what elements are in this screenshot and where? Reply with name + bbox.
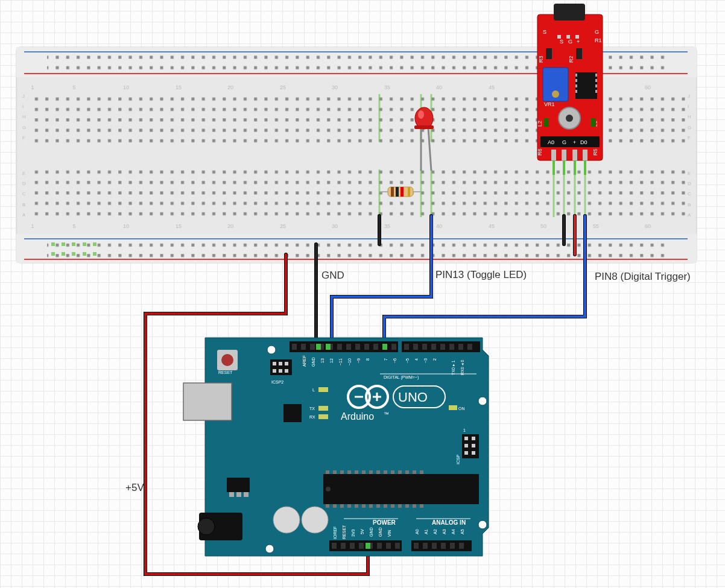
svg-rect-242: [326, 504, 329, 508]
svg-text:G: G: [595, 29, 599, 35]
svg-rect-179: [391, 344, 396, 350]
svg-rect-212: [318, 406, 328, 411]
svg-rect-275: [432, 543, 437, 549]
svg-rect-254: [413, 504, 416, 508]
svg-text:RESET: RESET: [342, 525, 346, 539]
svg-text:A: A: [22, 212, 26, 218]
svg-point-147: [221, 354, 233, 366]
svg-rect-248: [369, 504, 373, 508]
svg-rect-93: [408, 187, 410, 197]
svg-point-300: [265, 545, 274, 553]
svg-text:RX0 ◂ 0: RX0 ◂ 0: [460, 359, 464, 375]
svg-rect-228: [326, 470, 329, 474]
label-pin8: PIN8 (Digital Trigger): [595, 271, 691, 283]
svg-text:B: B: [22, 202, 25, 207]
svg-rect-10: [28, 166, 688, 221]
svg-text:ICSP2: ICSP2: [271, 380, 283, 384]
svg-text:VIN: VIN: [387, 530, 391, 537]
svg-rect-279: [366, 543, 370, 549]
svg-rect-174: [346, 344, 351, 350]
svg-text:3V3: 3V3: [351, 529, 355, 537]
svg-text:50: 50: [540, 223, 546, 229]
svg-rect-185: [449, 344, 454, 350]
svg-rect-170: [310, 344, 315, 350]
svg-rect-180: [404, 344, 409, 350]
svg-rect-216: [449, 405, 457, 410]
svg-text:L2: L2: [537, 121, 543, 127]
svg-rect-140: [572, 150, 577, 160]
svg-text:TX: TX: [309, 406, 315, 411]
svg-rect-278: [459, 543, 464, 549]
svg-rect-188: [316, 344, 321, 350]
svg-rect-161: [472, 444, 475, 447]
svg-text:G: G: [688, 125, 691, 130]
svg-text:D: D: [22, 181, 26, 186]
svg-rect-261: [236, 492, 241, 497]
svg-rect-158: [464, 437, 468, 440]
svg-rect-236: [384, 470, 387, 474]
svg-rect-270: [377, 543, 382, 549]
svg-text:I: I: [688, 104, 689, 109]
svg-text:D: D: [688, 181, 691, 186]
svg-text:A: A: [688, 212, 691, 218]
svg-text:20: 20: [227, 223, 233, 229]
svg-rect-141: [583, 150, 587, 160]
svg-rect-187: [467, 344, 472, 350]
svg-text:G: G: [22, 125, 26, 130]
svg-text:GND: GND: [311, 357, 315, 367]
svg-text:15: 15: [176, 223, 182, 229]
svg-text:S: S: [543, 29, 546, 35]
svg-rect-272: [395, 543, 400, 549]
svg-text:35: 35: [384, 84, 390, 90]
svg-rect-138: [551, 150, 556, 160]
svg-text:A4: A4: [451, 529, 455, 534]
svg-text:60: 60: [645, 223, 651, 229]
svg-rect-79: [62, 252, 65, 256]
svg-rect-267: [350, 543, 355, 549]
svg-text:~10: ~10: [347, 358, 352, 365]
svg-text:H: H: [22, 114, 26, 119]
svg-text:35: 35: [384, 223, 390, 229]
svg-text:VR1: VR1: [544, 101, 555, 107]
label-gnd: GND: [321, 270, 344, 282]
svg-rect-262: [244, 492, 249, 497]
svg-rect-235: [376, 470, 380, 474]
svg-rect-259: [227, 478, 250, 492]
svg-rect-78: [51, 252, 55, 256]
svg-rect-233: [362, 470, 366, 474]
svg-text:25: 25: [280, 84, 286, 90]
svg-text:1: 1: [31, 223, 34, 229]
label-5v: +5V: [125, 482, 144, 494]
svg-text:R5: R5: [592, 148, 598, 156]
svg-text:5: 5: [72, 84, 75, 90]
svg-rect-266: [341, 543, 346, 549]
svg-text:~5: ~5: [405, 358, 410, 363]
svg-text:7: 7: [384, 358, 388, 361]
svg-text:10: 10: [123, 223, 129, 229]
svg-rect-112: [575, 72, 597, 99]
svg-text:A1: A1: [424, 529, 428, 534]
svg-text:C: C: [22, 191, 26, 197]
svg-rect-234: [369, 470, 373, 474]
svg-rect-81: [83, 252, 86, 256]
svg-rect-80: [72, 252, 75, 256]
svg-rect-75: [72, 242, 75, 246]
svg-rect-210: [318, 387, 328, 392]
svg-text:+: +: [577, 39, 580, 45]
label-pin13: PIN13 (Toggle LED): [435, 269, 527, 281]
svg-text:E: E: [22, 171, 25, 176]
svg-text:S: S: [560, 39, 563, 45]
svg-text:R3: R3: [538, 55, 544, 63]
svg-text:8: 8: [366, 358, 370, 361]
svg-text:RX: RX: [309, 415, 315, 419]
svg-rect-105: [546, 48, 552, 59]
svg-rect-160: [464, 444, 468, 447]
svg-text:60: 60: [645, 84, 651, 90]
svg-rect-232: [355, 470, 358, 474]
svg-text:Arduino: Arduino: [341, 411, 374, 422]
svg-rect-181: [413, 344, 418, 350]
svg-text:D0: D0: [580, 139, 587, 145]
svg-text:~11: ~11: [338, 358, 343, 365]
svg-text:I: I: [22, 104, 24, 109]
svg-text:1: 1: [31, 84, 34, 90]
